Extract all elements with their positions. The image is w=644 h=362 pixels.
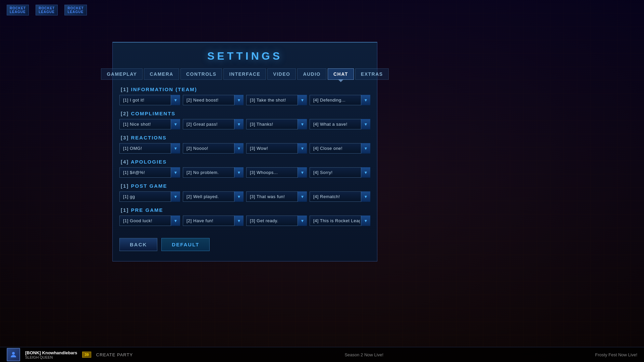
post-dropdowns: [1] gg [1] Well played. [1] That was fun… — [119, 191, 370, 202]
dialog-buttons: BACK DEFAULT — [113, 231, 377, 251]
react-dropdowns: [1] OMG! [1] Noooo! [1] Wow! [1] Close o… — [119, 143, 370, 154]
pre-dropdown-1-wrap: [1] Good luck! [1] Have fun! [1] Get rea… — [119, 216, 180, 226]
info-dropdown-1[interactable]: [1] I got it! [1] Incoming! [1] Take the… — [119, 95, 180, 105]
section-title-apologies: [4] APOLOGIES — [119, 159, 370, 165]
comp-dropdown-2[interactable]: [2] Great pass! [2] Nice shot! [2] Thank… — [183, 119, 244, 129]
apol-dropdown-4[interactable]: [4] Sorry! [4] $#@%! [4] No problem. [4]… — [310, 167, 370, 178]
default-button[interactable]: DEFAULT — [161, 238, 210, 251]
post-dropdown-4-wrap: [4] Rematch! [4] gg [4] Well played. [4]… — [310, 191, 370, 202]
dialog-title: SETTINGS — [113, 43, 377, 68]
pre-dropdown-3[interactable]: [3] Get ready. [3] Good luck! [3] Have f… — [246, 216, 307, 226]
pre-dropdown-3-wrap: [3] Get ready. [3] Good luck! [3] Have f… — [246, 216, 307, 226]
pre-dropdown-4-wrap: [4] This is Rocket League! [4] Good luck… — [310, 216, 370, 226]
top-bar: ROCKETLEAGUE ROCKETLEAGUE ROCKETLEAGUE — [0, 0, 644, 20]
player-avatar — [7, 348, 20, 361]
section-title-information: [1] INFORMATION (TEAM) — [119, 86, 370, 92]
tabs-container: GAMEPLAY CAMERA CONTROLS INTERFACE VIDEO… — [113, 68, 377, 86]
react-dropdown-2-wrap: [2] Noooo! [2] OMG! [2] Wow! [2] Close o… — [183, 143, 244, 154]
post-dropdown-2[interactable]: [2] Well played. [2] gg [2] That was fun… — [183, 191, 244, 202]
create-party-button[interactable]: CREATE PARTY — [96, 352, 133, 357]
tab-camera[interactable]: CAMERA — [144, 68, 179, 80]
post-dropdown-3[interactable]: [3] That was fun! [3] gg [3] Well played… — [246, 191, 307, 202]
settings-dialog: SETTINGS GAMEPLAY CAMERA CONTROLS INTERF… — [112, 42, 377, 261]
logo-badge-2: ROCKETLEAGUE — [36, 5, 58, 15]
player-name: [BONK] Knowhandlebars — [25, 350, 77, 355]
pre-dropdowns: [1] Good luck! [1] Have fun! [1] Get rea… — [119, 216, 370, 226]
comp-dropdown-4[interactable]: [4] What a save! [4] Nice shot! [4] Grea… — [310, 119, 370, 129]
back-button[interactable]: BACK — [119, 238, 157, 251]
section-information-team: [1] INFORMATION (TEAM) [1] I got it! [1]… — [119, 86, 370, 105]
info-dropdown-2[interactable]: [2] Need boost! [2] I got it! [2] Take t… — [183, 95, 244, 105]
tab-interface[interactable]: INTERFACE — [223, 68, 266, 80]
apol-dropdown-3-wrap: [3] Whoops... [3] $#@%! [3] No problem. … — [246, 167, 307, 178]
info-dropdown-3-wrap: [3] Take the shot! [3] I got it! [3] Nee… — [246, 95, 307, 105]
comp-dropdown-1[interactable]: [1] Nice shot! [1] Great pass! [1] Thank… — [119, 119, 180, 129]
comp-dropdown-4-wrap: [4] What a save! [4] Nice shot! [4] Grea… — [310, 119, 370, 129]
react-dropdown-1[interactable]: [1] OMG! [1] Noooo! [1] Wow! [1] Close o… — [119, 143, 180, 154]
info-dropdown-4-wrap: [4] Defending... [4] I got it! [4] Need … — [310, 95, 370, 105]
react-dropdown-2[interactable]: [2] Noooo! [2] OMG! [2] Wow! [2] Close o… — [183, 143, 244, 154]
react-dropdown-1-wrap: [1] OMG! [1] Noooo! [1] Wow! [1] Close o… — [119, 143, 180, 154]
react-dropdown-4[interactable]: [4] Close one! [4] OMG! [4] Noooo! [4] W… — [310, 143, 370, 154]
post-dropdown-1-wrap: [1] gg [1] Well played. [1] That was fun… — [119, 191, 180, 202]
player-subtitle: SLEIGH QUEEN — [25, 355, 77, 359]
svg-point-0 — [12, 352, 15, 355]
tab-controls[interactable]: CONTROLS — [180, 68, 222, 80]
comp-dropdown-1-wrap: [1] Nice shot! [1] Great pass! [1] Thank… — [119, 119, 180, 129]
react-dropdown-3-wrap: [3] Wow! [3] OMG! [3] Noooo! [3] Close o… — [246, 143, 307, 154]
bottom-bar: [BONK] Knowhandlebars SLEIGH QUEEN 39 CR… — [0, 347, 644, 362]
pre-dropdown-2-wrap: [2] Have fun! [2] Good luck! [2] Get rea… — [183, 216, 244, 226]
section-title-reactions: [3] REACTIONS — [119, 135, 370, 140]
info-dropdown-4[interactable]: [4] Defending... [4] I got it! [4] Need … — [310, 95, 370, 105]
pre-dropdown-2[interactable]: [2] Have fun! [2] Good luck! [2] Get rea… — [183, 216, 244, 226]
react-dropdown-4-wrap: [4] Close one! [4] OMG! [4] Noooo! [4] W… — [310, 143, 370, 154]
tab-gameplay[interactable]: GAMEPLAY — [101, 68, 143, 80]
logo-badge-3: ROCKETLEAGUE — [64, 5, 87, 15]
comp-dropdown-2-wrap: [2] Great pass! [2] Nice shot! [2] Thank… — [183, 119, 244, 129]
section-title-post-game: [1] POST GAME — [119, 183, 370, 189]
info-dropdowns: [1] I got it! [1] Incoming! [1] Take the… — [119, 95, 370, 105]
section-compliments: [2] COMPLIMENTS [1] Nice shot! [1] Great… — [119, 111, 370, 129]
pre-dropdown-4[interactable]: [4] This is Rocket League! [4] Good luck… — [310, 216, 370, 226]
post-dropdown-2-wrap: [2] Well played. [2] gg [2] That was fun… — [183, 191, 244, 202]
pre-dropdown-1[interactable]: [1] Good luck! [1] Have fun! [1] Get rea… — [119, 216, 180, 226]
season-text: Season 2 Now Live! — [344, 352, 383, 357]
apol-dropdown-2-wrap: [2] No problem. [2] $#@%! [2] Whoops... … — [183, 167, 244, 178]
apol-dropdown-4-wrap: [4] Sorry! [4] $#@%! [4] No problem. [4]… — [310, 167, 370, 178]
frosty-text: Frosty Fest Now Live! — [595, 352, 637, 357]
tab-chat[interactable]: CHAT — [328, 68, 354, 80]
comp-dropdown-3-wrap: [3] Thanks! [3] Nice shot! [3] Great pas… — [246, 119, 307, 129]
post-dropdown-3-wrap: [3] That was fun! [3] gg [3] Well played… — [246, 191, 307, 202]
apol-dropdown-3[interactable]: [3] Whoops... [3] $#@%! [3] No problem. … — [246, 167, 307, 178]
player-level: 39 — [82, 352, 91, 358]
apol-dropdown-1-wrap: [1] $#@%! [1] No problem. [1] Whoops... … — [119, 167, 180, 178]
section-title-compliments: [2] COMPLIMENTS — [119, 111, 370, 116]
comp-dropdowns: [1] Nice shot! [1] Great pass! [1] Thank… — [119, 119, 370, 129]
section-post-game: [1] POST GAME [1] gg [1] Well played. [1… — [119, 183, 370, 202]
player-info: [BONK] Knowhandlebars SLEIGH QUEEN — [25, 350, 77, 359]
tab-audio[interactable]: AUDIO — [297, 68, 326, 80]
info-dropdown-3[interactable]: [3] Take the shot! [3] I got it! [3] Nee… — [246, 95, 307, 105]
post-dropdown-1[interactable]: [1] gg [1] Well played. [1] That was fun… — [119, 191, 180, 202]
react-dropdown-3[interactable]: [3] Wow! [3] OMG! [3] Noooo! [3] Close o… — [246, 143, 307, 154]
info-dropdown-1-wrap: [1] I got it! [1] Incoming! [1] Take the… — [119, 95, 180, 105]
section-title-pre-game: [1] PRE GAME — [119, 207, 370, 213]
section-pre-game: [1] PRE GAME [1] Good luck! [1] Have fun… — [119, 207, 370, 226]
apol-dropdown-1[interactable]: [1] $#@%! [1] No problem. [1] Whoops... … — [119, 167, 180, 178]
comp-dropdown-3[interactable]: [3] Thanks! [3] Nice shot! [3] Great pas… — [246, 119, 307, 129]
logo-badge-1: ROCKETLEAGUE — [7, 5, 29, 15]
post-dropdown-4[interactable]: [4] Rematch! [4] gg [4] Well played. [4]… — [310, 191, 370, 202]
content-area: [1] INFORMATION (TEAM) [1] I got it! [1]… — [113, 86, 377, 226]
tab-video[interactable]: VIDEO — [267, 68, 296, 80]
apol-dropdown-2[interactable]: [2] No problem. [2] $#@%! [2] Whoops... … — [183, 167, 244, 178]
bottom-left: [BONK] Knowhandlebars SLEIGH QUEEN 39 CR… — [7, 348, 133, 361]
info-dropdown-2-wrap: [2] Need boost! [2] I got it! [2] Take t… — [183, 95, 244, 105]
section-reactions: [3] REACTIONS [1] OMG! [1] Noooo! [1] Wo… — [119, 135, 370, 154]
section-apologies: [4] APOLOGIES [1] $#@%! [1] No problem. … — [119, 159, 370, 178]
apol-dropdowns: [1] $#@%! [1] No problem. [1] Whoops... … — [119, 167, 370, 178]
tab-extras[interactable]: EXTRAS — [355, 68, 389, 80]
